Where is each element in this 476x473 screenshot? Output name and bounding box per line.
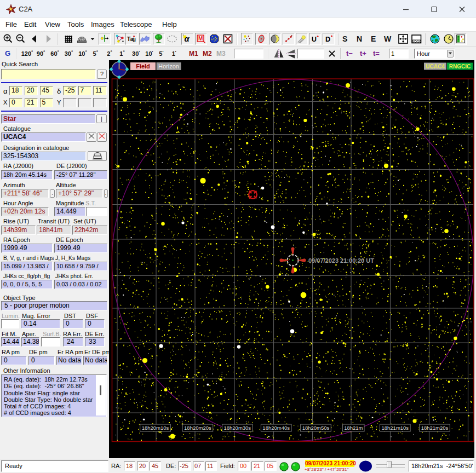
svg-text:18h20m30s: 18h20m30s <box>223 425 251 431</box>
svg-text:18h20m10s: 18h20m10s <box>142 425 169 431</box>
svg-text:18h21m10s: 18h21m10s <box>381 425 409 431</box>
svg-text:18h20m50s: 18h20m50s <box>302 425 330 431</box>
svg-text:RNGCIC: RNGCIC <box>449 64 471 70</box>
svg-text:18h21m: 18h21m <box>344 425 363 431</box>
svg-text:M: M <box>198 36 203 42</box>
svg-text:α: α <box>185 34 190 43</box>
svg-text:18h21m20s: 18h21m20s <box>421 425 449 431</box>
svg-text:U: U <box>312 35 317 43</box>
svg-text:UCAC4: UCAC4 <box>426 64 445 70</box>
svg-text:D: D <box>325 35 330 43</box>
svg-text:Field: Field <box>136 63 150 70</box>
svg-text:18h20m40s: 18h20m40s <box>262 425 290 431</box>
svg-text:Horizon: Horizon <box>158 63 179 70</box>
svg-text:18h20m20s: 18h20m20s <box>184 425 211 431</box>
svg-text:09/07/2023 21:00:20 UT: 09/07/2023 21:00:20 UT <box>308 257 374 264</box>
